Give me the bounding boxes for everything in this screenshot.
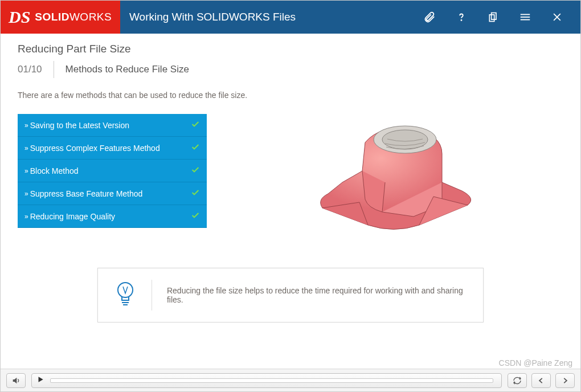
check-icon <box>191 211 200 222</box>
progress-counter: 01/10 <box>18 61 54 78</box>
check-icon <box>191 120 200 130</box>
header-title: Working With SOLIDWORKS Files <box>120 11 423 23</box>
check-icon <box>191 188 200 199</box>
page-subtitle: Reducing Part File Size <box>1 34 580 56</box>
help-icon[interactable] <box>455 11 468 23</box>
method-list: »Saving to the Latest Version »Suppress … <box>18 114 207 245</box>
header-toolbar <box>423 11 580 23</box>
copy-icon[interactable] <box>487 11 500 23</box>
svg-point-10 <box>118 283 133 297</box>
watermark: CSDN @Paine Zeng <box>499 358 572 368</box>
check-icon <box>191 165 200 176</box>
main-content: »Saving to the Latest Version »Suppress … <box>1 100 580 245</box>
logo-block: DS SOLIDWORKS <box>1 1 120 34</box>
chevron-right-icon: » <box>24 213 26 220</box>
method-item[interactable]: »Saving to the Latest Version <box>18 114 207 137</box>
check-icon <box>191 142 200 153</box>
method-label: Reducing Image Quality <box>30 212 115 221</box>
method-item[interactable]: »Suppress Base Feature Method <box>18 182 207 205</box>
next-button[interactable] <box>555 373 575 388</box>
method-label: Block Method <box>30 166 79 175</box>
method-label: Suppress Base Feature Method <box>30 189 143 198</box>
chevron-right-icon: » <box>24 144 26 152</box>
description-text: There are a few methods that can be used… <box>1 78 580 100</box>
play-bar <box>31 373 502 388</box>
menu-icon[interactable] <box>519 11 531 23</box>
method-label: Suppress Complex Features Method <box>30 144 160 153</box>
lightbulb-icon <box>114 281 137 309</box>
method-item[interactable]: »Suppress Complex Features Method <box>18 137 207 160</box>
logo-ds-icon: DS <box>9 7 30 27</box>
tip-box: Reducing the file size helps to reduce t… <box>97 268 484 322</box>
attachment-icon[interactable] <box>423 11 436 23</box>
progress-row: 01/10 Methods to Reduce File Size <box>18 61 563 78</box>
close-icon[interactable] <box>551 11 563 23</box>
separator <box>152 280 152 311</box>
playback-footer <box>1 369 580 391</box>
logo-text: SOLIDWORKS <box>35 11 112 23</box>
progress-track[interactable] <box>50 378 493 383</box>
play-button[interactable] <box>36 375 44 386</box>
tip-text: Reducing the file size helps to reduce t… <box>167 286 467 304</box>
chevron-right-icon: » <box>24 167 26 175</box>
app-header: DS SOLIDWORKS Working With SOLIDWORKS Fi… <box>1 1 580 34</box>
chevron-right-icon: » <box>24 190 26 198</box>
section-title: Methods to Reduce File Size <box>54 64 189 75</box>
part-illustration <box>224 114 563 245</box>
svg-point-0 <box>461 20 461 21</box>
chevron-right-icon: » <box>24 121 26 129</box>
method-label: Saving to the Latest Version <box>30 121 129 130</box>
method-item[interactable]: »Reducing Image Quality <box>18 205 207 228</box>
method-item[interactable]: »Block Method <box>18 160 207 182</box>
volume-button[interactable] <box>6 373 26 388</box>
prev-button[interactable] <box>531 373 551 388</box>
repeat-button[interactable] <box>508 373 527 388</box>
